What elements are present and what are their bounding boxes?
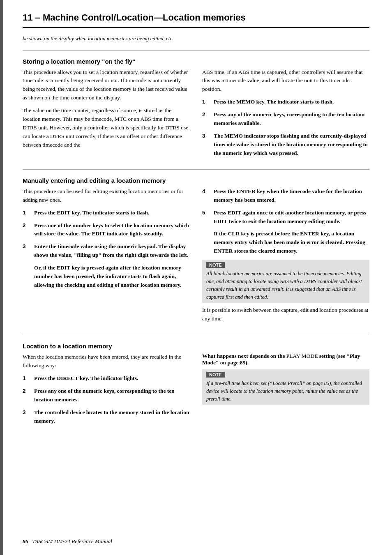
location-note-label: NOTE	[206, 372, 225, 378]
location-step-1: 1 Press the DIRECT key. The indicator li…	[23, 374, 190, 383]
manually-step-2-text: Press one of the number keys to select t…	[34, 221, 190, 239]
manually-step-1-text: Press the EDIT key. The indicator starts…	[34, 209, 190, 217]
storing-step-2-num: 2	[202, 111, 209, 128]
location-col-right: What happens next depends on the PLAY MO…	[202, 353, 369, 429]
storing-step-2-text: Press any of the numeric keys, correspon…	[214, 111, 369, 128]
manually-after-note: It is possible to switch between the cap…	[202, 306, 369, 323]
manually-note-text: All blank location memories are assumed …	[206, 270, 365, 301]
location-step-2-num: 2	[23, 387, 29, 404]
storing-left-para2: The value on the time counter, regardles…	[23, 106, 190, 150]
chapter-title: 11 – Machine Control/Location—Location m…	[23, 12, 369, 28]
location-intro: When the location memories have been ent…	[23, 353, 190, 370]
section-storing-heading: Storing a location memory "on the fly"	[23, 58, 369, 65]
manually-note-box: NOTE All blank location memories are ass…	[202, 260, 369, 303]
storing-col-left: This procedure allows you to set a locat…	[23, 68, 190, 162]
manually-clr-note: If the CLR key is pressed before the ENT…	[214, 230, 369, 256]
manually-step-3-text: Enter the timecode value using the numer…	[34, 242, 190, 260]
location-step-1-text: Press the DIRECT key. The indicator ligh…	[34, 374, 190, 383]
manually-two-col: This procedure can be used for editing e…	[23, 187, 369, 327]
storing-step-1-text: Press the MEMO key. The indicator starts…	[214, 98, 369, 106]
manually-step-5-num: 5	[202, 209, 209, 226]
footer-manual-name: TASCAM DM-24 Reference Manual	[32, 538, 113, 545]
manually-steps-right: 4 Press the ENTER key when the timecode …	[202, 187, 369, 226]
manually-sub-para: Or, if the EDIT key is pressed again aft…	[34, 264, 190, 290]
storing-right-para1: ABS time. If an ABS time is captured, ot…	[202, 68, 369, 94]
storing-col-right: ABS time. If an ABS time is captured, ot…	[202, 68, 369, 162]
manually-step-1: 1 Press the EDIT key. The indicator star…	[23, 209, 190, 217]
location-note-box: NOTE If a pre-roll time has been set (“L…	[202, 369, 369, 405]
manually-step-4: 4 Press the ENTER key when the timecode …	[202, 187, 369, 205]
manually-col-right: 4 Press the ENTER key when the timecode …	[202, 187, 369, 327]
manually-step-5-text: Press EDIT again once to edit another lo…	[214, 209, 369, 226]
location-step-3-num: 3	[23, 408, 29, 426]
manually-step-3: 3 Enter the timecode value using the num…	[23, 242, 190, 260]
location-step-2-text: Press any one of the numeric keys, corre…	[34, 387, 190, 404]
manually-note-label: NOTE	[206, 262, 225, 268]
manually-col-left: This procedure can be used for editing e…	[23, 187, 190, 327]
location-step-2: 2 Press any one of the numeric keys, cor…	[23, 387, 190, 404]
manually-steps-left: 1 Press the EDIT key. The indicator star…	[23, 209, 190, 260]
divider-1	[23, 50, 369, 51]
manually-step-3-num: 3	[23, 242, 29, 260]
storing-step-3-num: 3	[202, 132, 209, 158]
location-note-text: If a pre-roll time has been set (“Locate…	[206, 380, 365, 403]
location-col-left: When the location memories have been ent…	[23, 353, 190, 429]
manually-step-4-text: Press the ENTER key when the timecode va…	[214, 187, 369, 205]
storing-two-col: This procedure allows you to set a locat…	[23, 68, 369, 162]
footer-page-number: 86	[23, 538, 28, 545]
location-step-1-num: 1	[23, 374, 29, 383]
intro-text: be shown on the display when location me…	[23, 35, 369, 43]
location-two-col: When the location memories have been ent…	[23, 353, 369, 429]
storing-step-3: 3 The MEMO indicator stops flashing and …	[202, 132, 369, 158]
manually-step-5: 5 Press EDIT again once to edit another …	[202, 209, 369, 226]
play-mode-text: What happens next depends on the PLAY MO…	[202, 353, 369, 366]
storing-step-1: 1 Press the MEMO key. The indicator star…	[202, 98, 369, 106]
storing-steps: 1 Press the MEMO key. The indicator star…	[202, 98, 369, 158]
section-manually-heading: Manually entering and editing a location…	[23, 177, 369, 184]
location-step-3-text: The controlled device locates to the mem…	[34, 408, 190, 426]
page-container: 11 – Machine Control/Location—Location m…	[0, 0, 392, 555]
divider-3	[23, 335, 369, 335]
storing-step-1-num: 1	[202, 98, 209, 106]
manually-intro: This procedure can be used for editing e…	[23, 187, 190, 205]
storing-left-para1: This procedure allows you to set a locat…	[23, 68, 190, 103]
footer: 86 TASCAM DM-24 Reference Manual	[23, 538, 369, 545]
section-location-heading: Location to a location memory	[23, 343, 369, 350]
manually-step-1-num: 1	[23, 209, 29, 217]
divider-2	[23, 169, 369, 170]
manually-step-2: 2 Press one of the number keys to select…	[23, 221, 190, 239]
storing-step-2: 2 Press any of the numeric keys, corresp…	[202, 111, 369, 128]
location-steps: 1 Press the DIRECT key. The indicator li…	[23, 374, 190, 426]
manually-step-2-num: 2	[23, 221, 29, 239]
location-step-3: 3 The controlled device locates to the m…	[23, 408, 190, 426]
storing-step-3-text: The MEMO indicator stops flashing and th…	[214, 132, 369, 158]
manually-step-4-num: 4	[202, 187, 209, 205]
